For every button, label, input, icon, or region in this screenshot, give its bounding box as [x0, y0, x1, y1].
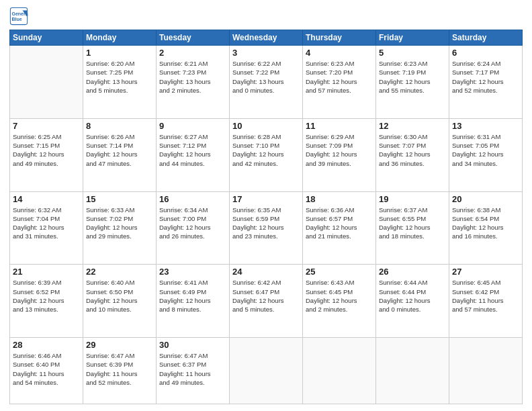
day-number: 19: [379, 194, 446, 204]
svg-rect-0: [10, 7, 27, 24]
header: General Blue: [9, 7, 523, 26]
day-number: 8: [86, 121, 153, 131]
calendar-cell: 11Sunrise: 6:29 AM Sunset: 7:09 PM Dayli…: [303, 118, 376, 191]
day-info: Sunrise: 6:39 AM Sunset: 6:52 PM Dayligh…: [13, 278, 80, 314]
day-number: 26: [379, 267, 446, 277]
day-info: Sunrise: 6:24 AM Sunset: 7:17 PM Dayligh…: [452, 59, 519, 95]
day-number: 22: [86, 267, 153, 277]
day-info: Sunrise: 6:34 AM Sunset: 7:00 PM Dayligh…: [159, 205, 226, 241]
calendar-cell: 28Sunrise: 6:46 AM Sunset: 6:40 PM Dayli…: [10, 338, 83, 404]
calendar-cell: 27Sunrise: 6:45 AM Sunset: 6:42 PM Dayli…: [449, 265, 523, 338]
day-info: Sunrise: 6:41 AM Sunset: 6:49 PM Dayligh…: [159, 278, 226, 314]
week-row-1: 1Sunrise: 6:20 AM Sunset: 7:25 PM Daylig…: [10, 46, 523, 119]
day-info: Sunrise: 6:42 AM Sunset: 6:47 PM Dayligh…: [232, 278, 300, 314]
weekday-header-sunday: Sunday: [10, 30, 83, 46]
calendar-cell: [10, 46, 83, 119]
weekday-header-row: SundayMondayTuesdayWednesdayThursdayFrid…: [10, 30, 523, 46]
day-info: Sunrise: 6:43 AM Sunset: 6:45 PM Dayligh…: [306, 278, 373, 314]
calendar-cell: 2Sunrise: 6:21 AM Sunset: 7:23 PM Daylig…: [157, 46, 230, 119]
day-number: 11: [306, 121, 373, 131]
calendar-cell: 15Sunrise: 6:33 AM Sunset: 7:02 PM Dayli…: [83, 191, 157, 265]
day-number: 24: [232, 267, 300, 277]
day-number: 6: [452, 48, 519, 58]
calendar-cell: [449, 338, 523, 404]
day-number: 9: [159, 121, 226, 131]
calendar-cell: 3Sunrise: 6:22 AM Sunset: 7:22 PM Daylig…: [230, 46, 303, 119]
calendar-cell: 26Sunrise: 6:44 AM Sunset: 6:44 PM Dayli…: [376, 265, 449, 338]
day-number: 2: [159, 48, 226, 58]
day-info: Sunrise: 6:25 AM Sunset: 7:15 PM Dayligh…: [13, 132, 80, 168]
calendar-cell: 1Sunrise: 6:20 AM Sunset: 7:25 PM Daylig…: [83, 46, 157, 119]
logo: General Blue: [9, 7, 28, 26]
calendar-cell: 9Sunrise: 6:27 AM Sunset: 7:12 PM Daylig…: [157, 118, 230, 191]
day-info: Sunrise: 6:32 AM Sunset: 7:04 PM Dayligh…: [13, 205, 80, 241]
day-number: 15: [86, 194, 153, 204]
day-info: Sunrise: 6:23 AM Sunset: 7:20 PM Dayligh…: [306, 59, 373, 95]
day-info: Sunrise: 6:46 AM Sunset: 6:40 PM Dayligh…: [13, 351, 80, 387]
day-info: Sunrise: 6:35 AM Sunset: 6:59 PM Dayligh…: [232, 205, 300, 241]
day-info: Sunrise: 6:26 AM Sunset: 7:14 PM Dayligh…: [86, 132, 153, 168]
day-info: Sunrise: 6:36 AM Sunset: 6:57 PM Dayligh…: [306, 205, 373, 241]
weekday-header-monday: Monday: [83, 30, 157, 46]
day-number: 18: [306, 194, 373, 204]
calendar-cell: 12Sunrise: 6:30 AM Sunset: 7:07 PM Dayli…: [376, 118, 449, 191]
day-info: Sunrise: 6:31 AM Sunset: 7:05 PM Dayligh…: [452, 132, 519, 168]
day-number: 17: [232, 194, 300, 204]
calendar-cell: 21Sunrise: 6:39 AM Sunset: 6:52 PM Dayli…: [10, 265, 83, 338]
week-row-2: 7Sunrise: 6:25 AM Sunset: 7:15 PM Daylig…: [10, 118, 523, 191]
calendar-cell: [376, 338, 449, 404]
svg-text:Blue: Blue: [12, 17, 22, 21]
day-number: 23: [159, 267, 226, 277]
calendar-cell: 22Sunrise: 6:40 AM Sunset: 6:50 PM Dayli…: [83, 265, 157, 338]
calendar-cell: 18Sunrise: 6:36 AM Sunset: 6:57 PM Dayli…: [303, 191, 376, 265]
day-number: 16: [159, 194, 226, 204]
day-number: 1: [86, 48, 153, 58]
calendar-cell: 4Sunrise: 6:23 AM Sunset: 7:20 PM Daylig…: [303, 46, 376, 119]
day-info: Sunrise: 6:29 AM Sunset: 7:09 PM Dayligh…: [306, 132, 373, 168]
calendar-cell: 16Sunrise: 6:34 AM Sunset: 7:00 PM Dayli…: [157, 191, 230, 265]
day-info: Sunrise: 6:21 AM Sunset: 7:23 PM Dayligh…: [159, 59, 226, 95]
calendar-cell: 5Sunrise: 6:23 AM Sunset: 7:19 PM Daylig…: [376, 46, 449, 119]
calendar-cell: 6Sunrise: 6:24 AM Sunset: 7:17 PM Daylig…: [449, 46, 523, 119]
calendar-table: SundayMondayTuesdayWednesdayThursdayFrid…: [9, 30, 523, 404]
weekday-header-wednesday: Wednesday: [230, 30, 303, 46]
week-row-4: 21Sunrise: 6:39 AM Sunset: 6:52 PM Dayli…: [10, 265, 523, 338]
day-info: Sunrise: 6:47 AM Sunset: 6:37 PM Dayligh…: [159, 351, 226, 387]
calendar-cell: 25Sunrise: 6:43 AM Sunset: 6:45 PM Dayli…: [303, 265, 376, 338]
page: General Blue SundayMondayTuesdayWednesda…: [0, 0, 532, 411]
weekday-header-thursday: Thursday: [303, 30, 376, 46]
day-info: Sunrise: 6:40 AM Sunset: 6:50 PM Dayligh…: [86, 278, 153, 314]
logo-icon: General Blue: [9, 7, 28, 26]
day-info: Sunrise: 6:20 AM Sunset: 7:25 PM Dayligh…: [86, 59, 153, 95]
day-number: 3: [232, 48, 300, 58]
calendar-cell: 30Sunrise: 6:47 AM Sunset: 6:37 PM Dayli…: [157, 338, 230, 404]
calendar-cell: 17Sunrise: 6:35 AM Sunset: 6:59 PM Dayli…: [230, 191, 303, 265]
calendar-cell: 29Sunrise: 6:47 AM Sunset: 6:39 PM Dayli…: [83, 338, 157, 404]
day-info: Sunrise: 6:37 AM Sunset: 6:55 PM Dayligh…: [379, 205, 446, 241]
day-info: Sunrise: 6:33 AM Sunset: 7:02 PM Dayligh…: [86, 205, 153, 241]
day-number: 29: [86, 340, 153, 350]
day-info: Sunrise: 6:23 AM Sunset: 7:19 PM Dayligh…: [379, 59, 446, 95]
day-number: 10: [232, 121, 300, 131]
day-number: 5: [379, 48, 446, 58]
calendar-cell: 7Sunrise: 6:25 AM Sunset: 7:15 PM Daylig…: [10, 118, 83, 191]
weekday-header-tuesday: Tuesday: [157, 30, 230, 46]
day-number: 25: [306, 267, 373, 277]
day-info: Sunrise: 6:27 AM Sunset: 7:12 PM Dayligh…: [159, 132, 226, 168]
day-info: Sunrise: 6:38 AM Sunset: 6:54 PM Dayligh…: [452, 205, 519, 241]
week-row-3: 14Sunrise: 6:32 AM Sunset: 7:04 PM Dayli…: [10, 191, 523, 265]
calendar-cell: 13Sunrise: 6:31 AM Sunset: 7:05 PM Dayli…: [449, 118, 523, 191]
day-number: 7: [13, 121, 80, 131]
day-info: Sunrise: 6:44 AM Sunset: 6:44 PM Dayligh…: [379, 278, 446, 314]
day-info: Sunrise: 6:28 AM Sunset: 7:10 PM Dayligh…: [232, 132, 300, 168]
day-info: Sunrise: 6:22 AM Sunset: 7:22 PM Dayligh…: [232, 59, 300, 95]
weekday-header-saturday: Saturday: [449, 30, 523, 46]
day-number: 14: [13, 194, 80, 204]
weekday-header-friday: Friday: [376, 30, 449, 46]
calendar-cell: [303, 338, 376, 404]
day-number: 13: [452, 121, 519, 131]
day-number: 20: [452, 194, 519, 204]
day-number: 4: [306, 48, 373, 58]
calendar-cell: 14Sunrise: 6:32 AM Sunset: 7:04 PM Dayli…: [10, 191, 83, 265]
day-number: 28: [13, 340, 80, 350]
